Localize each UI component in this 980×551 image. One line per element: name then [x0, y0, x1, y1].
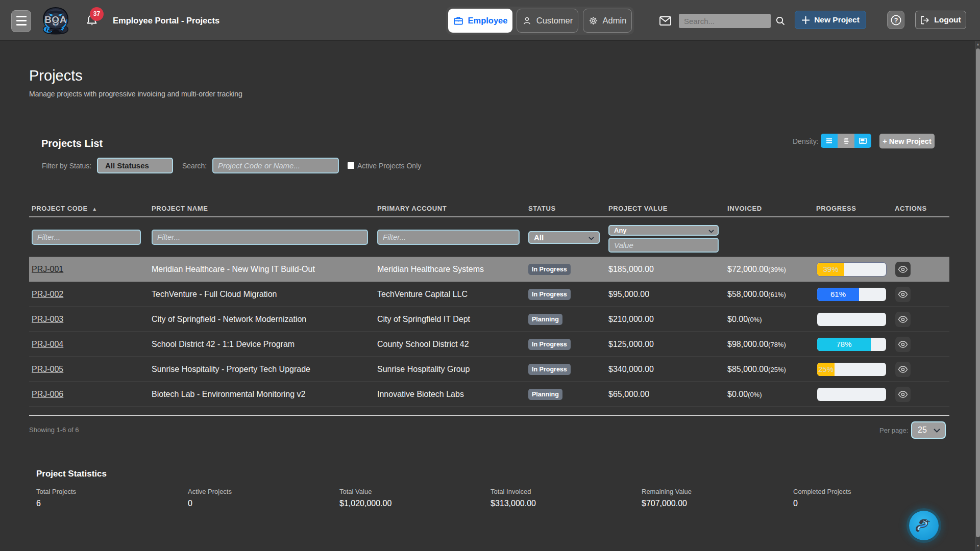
svg-text:BOA: BOA: [44, 14, 67, 25]
svg-text:?: ?: [894, 16, 898, 23]
